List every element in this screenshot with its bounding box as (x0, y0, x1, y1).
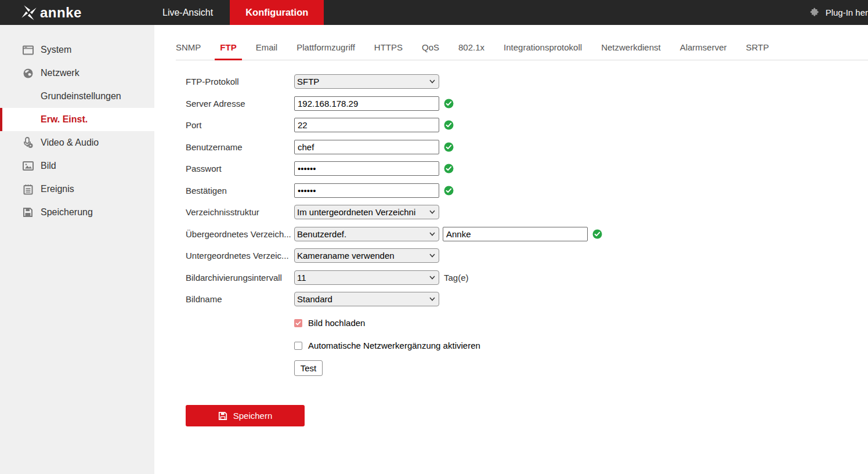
confirm-password-input[interactable] (294, 183, 439, 198)
form-row-archive-interval: Bildarchivierungsintervall 11 Tag(e) (186, 270, 868, 285)
ftp-protocol-select-wrap: SFTP (294, 74, 439, 89)
server-address-label: Server Adresse (186, 99, 294, 108)
tab-netzwerkdienst[interactable]: Netzwerkdienst (601, 42, 661, 60)
sidebar-item-system[interactable]: System (0, 38, 154, 61)
window-icon (22, 45, 34, 55)
password-input[interactable] (294, 161, 439, 176)
archive-interval-unit: Tag(e) (444, 273, 469, 283)
form-row-server-address: Server Adresse (186, 96, 868, 111)
valid-check-icon (444, 120, 454, 130)
nav-live-view[interactable]: Live-Ansicht (162, 0, 213, 25)
sidebar-item-label: Speicherung (41, 207, 93, 218)
sidebar: System Netzwerk Grundeinstellungen Erw. … (0, 25, 154, 474)
nav-configuration[interactable]: Konfiguration (230, 0, 324, 25)
tab-bar: SNMP FTP Email Plattformzugriff HTTPS Qo… (176, 42, 868, 60)
plugin-label: Plug-In her (826, 8, 868, 17)
top-bar: annke Live-Ansicht Konfiguration Plug-In… (0, 0, 868, 25)
save-floppy-icon (218, 411, 227, 421)
archive-interval-select-wrap: 11 (294, 270, 439, 285)
sidebar-item-grundeinstellungen[interactable]: Grundeinstellungen (0, 85, 154, 108)
sidebar-item-label: Ereignis (41, 184, 74, 194)
auto-network-checkbox[interactable] (294, 342, 302, 350)
sidebar-item-label: Netzwerk (41, 68, 79, 78)
child-directory-label: Untergeordnetes Verzeic... (186, 251, 294, 260)
sidebar-item-netzwerk[interactable]: Netzwerk (0, 61, 154, 85)
sidebar-item-label: Grundeinstellungen (41, 91, 121, 102)
ftp-form: FTP-Protokoll SFTP Server Adresse Port B… (176, 74, 868, 426)
tab-https[interactable]: HTTPS (374, 42, 403, 60)
content-area: SNMP FTP Email Plattformzugriff HTTPS Qo… (154, 25, 868, 474)
child-directory-select-wrap: Kameraname verwenden (294, 248, 439, 263)
ftp-protocol-label: FTP-Protokoll (186, 77, 294, 86)
archive-interval-label: Bildarchivierungsintervall (186, 273, 294, 283)
valid-check-icon (592, 229, 602, 239)
auto-network-row: Automatische Netzwerkergänzung aktiviere… (294, 341, 868, 350)
port-input[interactable] (294, 118, 439, 132)
child-directory-select[interactable]: Kameraname verwenden (294, 248, 439, 263)
save-button[interactable]: Speichern (186, 405, 305, 426)
valid-check-icon (444, 142, 454, 152)
main-area: System Netzwerk Grundeinstellungen Erw. … (0, 25, 868, 474)
form-row-child-directory: Untergeordnetes Verzeic... Kameraname ve… (186, 248, 868, 263)
valid-check-icon (444, 186, 454, 196)
image-name-label: Bildname (186, 294, 294, 304)
form-row-port: Port (186, 118, 868, 132)
form-row-ftp-protocol: FTP-Protokoll SFTP (186, 74, 868, 89)
parent-directory-select-wrap: Benutzerdef. (294, 227, 439, 241)
tab-email[interactable]: Email (256, 42, 278, 60)
test-button[interactable]: Test (294, 360, 323, 376)
tab-8021x[interactable]: 802.1x (458, 42, 484, 60)
sidebar-item-label: Bild (41, 161, 56, 171)
parent-directory-select[interactable]: Benutzerdef. (294, 227, 439, 241)
sidebar-item-ereignis[interactable]: Ereignis (0, 178, 154, 201)
tab-integrationsprotokoll[interactable]: Integrationsprotokoll (504, 42, 582, 60)
password-label: Passwort (186, 164, 294, 173)
top-nav: Live-Ansicht Konfiguration (162, 0, 324, 25)
sidebar-item-label: System (41, 45, 71, 55)
directory-structure-label: Verzeichnisstruktur (186, 207, 294, 217)
form-row-image-name: Bildname Standard (186, 292, 868, 306)
tab-snmp[interactable]: SNMP (176, 42, 201, 60)
image-name-select[interactable]: Standard (294, 292, 439, 306)
tab-qos[interactable]: QoS (422, 42, 439, 60)
directory-structure-select-wrap: Im untergeordneten Verzeichni (294, 205, 439, 219)
tab-srtp[interactable]: SRTP (746, 42, 769, 60)
plugin-download-link[interactable]: Plug-In her (809, 0, 868, 25)
sidebar-item-label: Erw. Einst. (41, 114, 88, 125)
upload-image-label: Bild hochladen (308, 318, 365, 328)
tab-plattformzugriff[interactable]: Plattformzugriff (296, 42, 355, 60)
sidebar-item-erw-einst[interactable]: Erw. Einst. (0, 108, 154, 131)
port-label: Port (186, 120, 294, 130)
globe-icon (22, 68, 34, 79)
storage-icon (22, 207, 34, 218)
parent-directory-custom-input[interactable] (443, 227, 588, 241)
annke-logo: annke (20, 0, 82, 25)
image-icon (22, 161, 34, 171)
mic-video-icon (22, 137, 34, 149)
tab-alarmserver[interactable]: Alarmserver (680, 42, 727, 60)
ftp-protocol-select[interactable]: SFTP (294, 74, 439, 89)
archive-interval-select[interactable]: 11 (294, 270, 439, 285)
username-input[interactable] (294, 140, 439, 154)
sidebar-item-speicherung[interactable]: Speicherung (0, 201, 154, 224)
directory-structure-select[interactable]: Im untergeordneten Verzeichni (294, 205, 439, 219)
valid-check-icon (444, 99, 454, 108)
sidebar-item-bild[interactable]: Bild (0, 154, 154, 178)
pinwheel-logo-icon (20, 3, 38, 22)
form-row-password: Passwort (186, 161, 868, 176)
tab-ftp[interactable]: FTP (220, 42, 236, 60)
event-icon (22, 184, 34, 195)
server-address-input[interactable] (294, 96, 439, 111)
sidebar-item-label: Video & Audio (41, 138, 99, 148)
auto-network-label: Automatische Netzwerkergänzung aktiviere… (308, 341, 480, 350)
form-row-confirm-password: Bestätigen (186, 183, 868, 198)
username-label: Benutzername (186, 142, 294, 152)
upload-image-row: Bild hochladen (294, 318, 868, 328)
puzzle-icon (809, 7, 820, 18)
upload-image-checkbox[interactable] (294, 319, 302, 327)
valid-check-icon (444, 164, 454, 173)
logo-text: annke (40, 6, 82, 20)
confirm-password-label: Bestätigen (186, 186, 294, 196)
form-row-directory-structure: Verzeichnisstruktur Im untergeordneten V… (186, 205, 868, 219)
sidebar-item-video-audio[interactable]: Video & Audio (0, 131, 154, 154)
